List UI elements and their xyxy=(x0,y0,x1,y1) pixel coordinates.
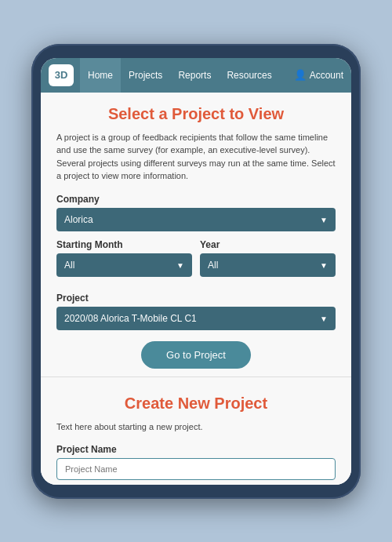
year-select[interactable]: All xyxy=(200,253,336,277)
starting-month-select-wrapper: All xyxy=(56,253,192,277)
nav-home[interactable]: Home xyxy=(80,58,121,93)
project-select-wrapper: 2020/08 Alorica T-Mobile CL C1 xyxy=(56,307,336,330)
main-content: Select a Project to View A project is a … xyxy=(41,93,351,485)
company-select-wrapper: Alorica xyxy=(56,208,336,231)
starting-month-label: Starting Month xyxy=(56,239,192,250)
company-select[interactable]: Alorica xyxy=(56,208,336,231)
project-name-input[interactable] xyxy=(56,458,336,480)
nav-projects[interactable]: Projects xyxy=(121,58,170,93)
tablet-screen: 3D Home Projects Reports Resources 👤 Acc… xyxy=(41,58,351,485)
create-project-section: Create New Project Text here about start… xyxy=(56,385,336,485)
starting-month-select[interactable]: All xyxy=(56,253,192,277)
year-label: Year xyxy=(200,239,336,250)
project-label: Project xyxy=(56,293,336,304)
account-label: Account xyxy=(310,70,343,81)
go-to-project-button[interactable]: Go to Project xyxy=(141,341,251,369)
year-select-wrapper: All xyxy=(200,253,336,277)
go-btn-wrapper: Go to Project xyxy=(56,341,336,369)
select-project-desc: A project is a group of feedback recipie… xyxy=(56,131,336,183)
project-name-label: Project Name xyxy=(56,444,336,455)
section-divider xyxy=(41,376,351,377)
starting-month-col: Starting Month All xyxy=(56,239,192,285)
tablet-frame: 3D Home Projects Reports Resources 👤 Acc… xyxy=(31,44,361,499)
nav-reports[interactable]: Reports xyxy=(170,58,219,93)
account-menu[interactable]: 👤 Account xyxy=(294,69,343,81)
year-col: Year All xyxy=(200,239,336,285)
project-select[interactable]: 2020/08 Alorica T-Mobile CL C1 xyxy=(56,307,336,330)
nav-items: Home Projects Reports Resources xyxy=(80,58,294,93)
nav-resources[interactable]: Resources xyxy=(219,58,279,93)
company-label: Company xyxy=(56,194,336,205)
create-project-desc: Text here about starting a new project. xyxy=(56,420,336,434)
month-year-row: Starting Month All Year All xyxy=(56,239,336,285)
app-logo: 3D xyxy=(49,64,74,86)
account-icon: 👤 xyxy=(294,69,307,81)
create-project-title: Create New Project xyxy=(56,395,336,413)
select-project-title: Select a Project to View xyxy=(56,105,336,123)
navbar: 3D Home Projects Reports Resources 👤 Acc… xyxy=(41,58,351,93)
